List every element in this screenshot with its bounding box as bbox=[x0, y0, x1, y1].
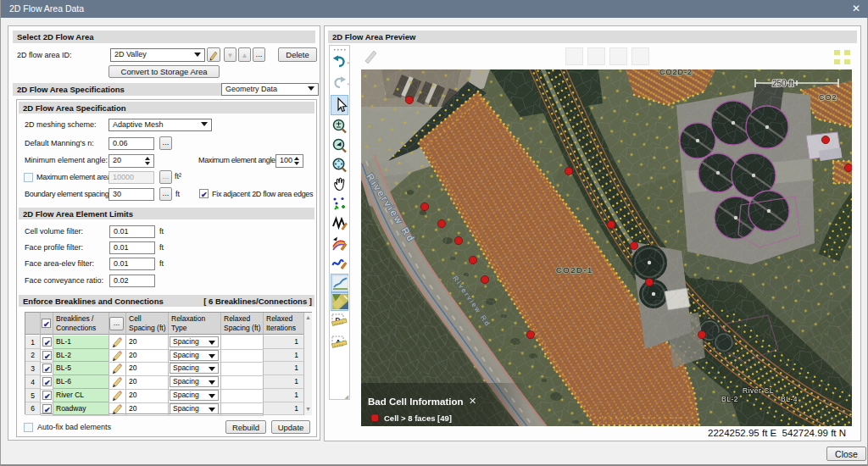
svg-text:250 ft: 250 ft bbox=[772, 79, 793, 88]
svg-text:CO2D-2: CO2D-2 bbox=[659, 69, 693, 76]
svg-text:Bad Cell Information: Bad Cell Information bbox=[368, 397, 463, 407]
svg-text:Cell > 8 faces [49]: Cell > 8 faces [49] bbox=[384, 413, 452, 423]
svg-text:CO2: CO2 bbox=[819, 93, 837, 102]
svg-text:River CL: River CL bbox=[743, 386, 774, 395]
svg-text:✕: ✕ bbox=[469, 396, 476, 406]
svg-text:BL-2: BL-2 bbox=[721, 395, 738, 403]
svg-text:BL-4: BL-4 bbox=[781, 395, 798, 403]
svg-text:CO2D-1: CO2D-1 bbox=[556, 265, 593, 275]
